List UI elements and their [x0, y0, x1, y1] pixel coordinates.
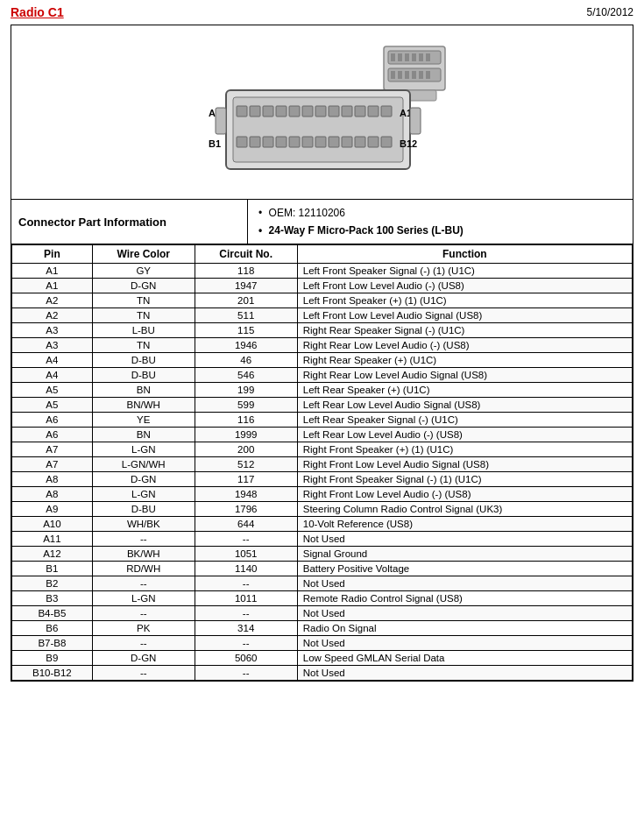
- pin-table: Pin Wire Color Circuit No. Function A1GY…: [11, 244, 633, 681]
- cell-pin: A10: [12, 517, 93, 532]
- info-table-container: Connector Part Information • OEM: 121102…: [11, 200, 633, 682]
- cell-pin: A4: [12, 353, 93, 368]
- cell-function: Low Speed GMLAN Serial Data: [297, 651, 632, 666]
- col-header-circuit-no: Circuit No.: [195, 245, 297, 264]
- table-row: A10WH/BK64410-Volt Reference (US8): [12, 517, 633, 532]
- cell-circuit-no: 116: [195, 413, 297, 428]
- svg-rect-28: [355, 106, 365, 117]
- table-row: A7L-GN/WH512Right Front Low Level Audio …: [12, 457, 633, 472]
- cell-pin: B10-B12: [12, 666, 93, 681]
- cell-pin: A6: [12, 428, 93, 442]
- cell-circuit-no: 1051: [195, 547, 297, 562]
- svg-rect-43: [368, 137, 379, 147]
- table-row: A5BN/WH599Left Rear Low Level Audio Sign…: [12, 398, 633, 413]
- cell-circuit-no: 200: [195, 442, 297, 457]
- cell-pin: A6: [12, 413, 93, 428]
- cell-circuit-no: 199: [195, 383, 297, 398]
- svg-text:B1: B1: [209, 138, 221, 149]
- svg-rect-26: [329, 106, 339, 117]
- table-row: A1GY118Left Front Speaker Signal (-) (1)…: [12, 264, 633, 279]
- cell-wire-color: L-GN/WH: [92, 457, 195, 472]
- cell-function: Left Rear Low Level Audio Signal (US8): [297, 398, 632, 413]
- cell-function: Not Used: [297, 636, 632, 651]
- cell-circuit-no: 512: [195, 457, 297, 472]
- table-row: B2----Not Used: [12, 576, 633, 591]
- cell-circuit-no: 314: [195, 621, 297, 636]
- cell-pin: B1: [12, 562, 93, 576]
- cell-pin: A8: [12, 487, 93, 502]
- table-row: B10-B12----Not Used: [12, 666, 633, 681]
- cell-wire-color: D-GN: [92, 472, 195, 487]
- table-row: B6PK314Radio On Signal: [12, 621, 633, 636]
- cell-function: Right Rear Speaker Signal (-) (U1C): [297, 323, 632, 338]
- cell-wire-color: TN: [92, 293, 195, 308]
- svg-rect-36: [276, 137, 287, 147]
- cell-wire-color: TN: [92, 308, 195, 323]
- svg-rect-29: [368, 106, 379, 117]
- svg-rect-19: [237, 106, 247, 117]
- svg-rect-6: [412, 53, 416, 61]
- cell-pin: A9: [12, 502, 93, 517]
- oem-label: OEM: 12110206: [269, 207, 345, 219]
- svg-rect-37: [289, 137, 300, 147]
- svg-rect-10: [398, 71, 402, 79]
- table-row: A3L-BU115Right Rear Speaker Signal (-) (…: [12, 323, 633, 338]
- svg-rect-27: [342, 106, 352, 117]
- cell-wire-color: D-GN: [92, 279, 195, 293]
- cell-pin: A11: [12, 532, 93, 547]
- cell-pin: A1: [12, 264, 93, 279]
- svg-text:B12: B12: [400, 138, 417, 149]
- cell-function: Right Rear Low Level Audio (-) (US8): [297, 338, 632, 353]
- cell-function: Right Front Low Level Audio Signal (US8): [297, 457, 632, 472]
- svg-rect-12: [412, 71, 416, 79]
- cell-function: Battery Positive Voltage: [297, 562, 632, 576]
- svg-rect-42: [355, 137, 365, 147]
- cell-pin: B2: [12, 576, 93, 591]
- table-row: B3L-GN1011Remote Radio Control Signal (U…: [12, 591, 633, 606]
- cell-circuit-no: 117: [195, 472, 297, 487]
- cell-circuit-no: 115: [195, 323, 297, 338]
- cell-circuit-no: 599: [195, 398, 297, 413]
- cell-circuit-no: --: [195, 532, 297, 547]
- table-row: A8L-GN1948Right Front Low Level Audio (-…: [12, 487, 633, 502]
- cell-circuit-no: 5060: [195, 651, 297, 666]
- svg-rect-47: [410, 108, 421, 134]
- cell-wire-color: BN: [92, 428, 195, 442]
- cell-circuit-no: --: [195, 576, 297, 591]
- svg-rect-20: [250, 106, 260, 117]
- svg-rect-33: [237, 137, 247, 147]
- series-line: • 24-Way F Micro-Pack 100 Series (L-BU): [258, 224, 622, 237]
- svg-rect-41: [342, 137, 352, 147]
- table-row: A1D-GN1947Left Front Low Level Audio (-)…: [12, 279, 633, 293]
- cell-circuit-no: 1947: [195, 279, 297, 293]
- cell-function: Right Rear Low Level Audio Signal (US8): [297, 368, 632, 383]
- cell-function: Left Front Speaker (+) (1) (U1C): [297, 293, 632, 308]
- cell-wire-color: --: [92, 576, 195, 591]
- cell-function: 10-Volt Reference (US8): [297, 517, 632, 532]
- cell-pin: A5: [12, 398, 93, 413]
- svg-rect-30: [381, 106, 392, 117]
- cell-function: Left Rear Low Level Audio (-) (US8): [297, 428, 632, 442]
- connector-diagram-box: A1 A12 B1: [11, 25, 633, 200]
- connector-svg: A1 A12 B1: [182, 38, 463, 195]
- cell-function: Remote Radio Control Signal (US8): [297, 591, 632, 606]
- cell-pin: A3: [12, 323, 93, 338]
- cell-wire-color: PK: [92, 621, 195, 636]
- svg-rect-8: [426, 53, 430, 61]
- table-row: A4D-BU546Right Rear Low Level Audio Sign…: [12, 368, 633, 383]
- cell-function: Not Used: [297, 606, 632, 621]
- cell-pin: A7: [12, 442, 93, 457]
- cell-wire-color: D-BU: [92, 353, 195, 368]
- table-row: B4-B5----Not Used: [12, 606, 633, 621]
- cell-pin: B4-B5: [12, 606, 93, 621]
- col-header-pin: Pin: [12, 245, 93, 264]
- cell-wire-color: --: [92, 532, 195, 547]
- cell-wire-color: D-BU: [92, 502, 195, 517]
- svg-rect-44: [381, 137, 392, 147]
- svg-rect-11: [405, 71, 409, 79]
- cell-function: Left Front Low Level Audio Signal (US8): [297, 308, 632, 323]
- connector-info-header: Connector Part Information • OEM: 121102…: [11, 200, 633, 244]
- cell-function: Right Front Speaker (+) (1) (U1C): [297, 442, 632, 457]
- table-row: A4D-BU46Right Rear Speaker (+) (U1C): [12, 353, 633, 368]
- table-row: A11----Not Used: [12, 532, 633, 547]
